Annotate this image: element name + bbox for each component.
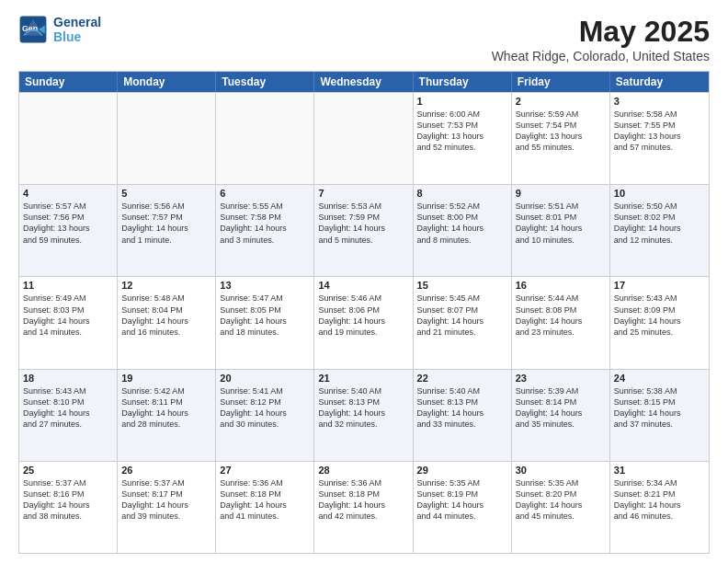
logo-icon: Gen xyxy=(18,15,48,44)
cell-info-text: Sunrise: 5:43 AM Sunset: 8:09 PM Dayligh… xyxy=(614,293,705,338)
calendar-cell xyxy=(19,93,118,184)
cell-info-text: Sunrise: 5:47 AM Sunset: 8:05 PM Dayligh… xyxy=(220,293,310,338)
cell-day-number: 28 xyxy=(318,465,408,476)
cell-info-text: Sunrise: 5:58 AM Sunset: 7:55 PM Dayligh… xyxy=(614,109,705,154)
cell-info-text: Sunrise: 5:48 AM Sunset: 8:04 PM Dayligh… xyxy=(121,293,211,338)
cell-day-number: 7 xyxy=(318,188,408,199)
calendar-cell: 31Sunrise: 5:34 AM Sunset: 8:21 PM Dayli… xyxy=(610,462,709,553)
calendar-cell: 8Sunrise: 5:52 AM Sunset: 8:00 PM Daylig… xyxy=(414,185,512,276)
calendar-cell: 30Sunrise: 5:35 AM Sunset: 8:20 PM Dayli… xyxy=(512,462,610,553)
cell-day-number: 23 xyxy=(516,373,606,384)
calendar-row: 4Sunrise: 5:57 AM Sunset: 7:56 PM Daylig… xyxy=(19,184,709,276)
cell-info-text: Sunrise: 5:40 AM Sunset: 8:13 PM Dayligh… xyxy=(318,385,408,431)
cell-info-text: Sunrise: 5:56 AM Sunset: 7:57 PM Dayligh… xyxy=(121,201,211,246)
cell-info-text: Sunrise: 5:55 AM Sunset: 7:58 PM Dayligh… xyxy=(220,201,310,246)
cell-info-text: Sunrise: 5:52 AM Sunset: 8:00 PM Dayligh… xyxy=(417,201,507,246)
calendar-cell: 20Sunrise: 5:41 AM Sunset: 8:12 PM Dayli… xyxy=(216,370,314,461)
calendar-row: 18Sunrise: 5:43 AM Sunset: 8:10 PM Dayli… xyxy=(19,369,709,461)
cell-day-number: 17 xyxy=(614,280,705,291)
cell-info-text: Sunrise: 5:42 AM Sunset: 8:11 PM Dayligh… xyxy=(121,385,211,431)
calendar-cell: 6Sunrise: 5:55 AM Sunset: 7:58 PM Daylig… xyxy=(216,185,314,276)
calendar-cell: 22Sunrise: 5:40 AM Sunset: 8:13 PM Dayli… xyxy=(414,370,512,461)
weekday-header: Sunday xyxy=(19,72,118,92)
cell-day-number: 19 xyxy=(121,373,211,384)
cell-day-number: 11 xyxy=(23,280,113,291)
calendar: SundayMondayTuesdayWednesdayThursdayFrid… xyxy=(18,71,710,554)
calendar-cell xyxy=(314,93,413,184)
title-block: May 2025 Wheat Ridge, Colorado, United S… xyxy=(492,15,710,63)
logo: Gen General Blue xyxy=(18,15,101,44)
weekday-header: Wednesday xyxy=(314,72,413,92)
cell-day-number: 31 xyxy=(614,465,705,476)
logo-text: General Blue xyxy=(53,15,101,44)
calendar-cell: 18Sunrise: 5:43 AM Sunset: 8:10 PM Dayli… xyxy=(19,370,118,461)
cell-day-number: 10 xyxy=(614,188,705,199)
calendar-body: 1Sunrise: 6:00 AM Sunset: 7:53 PM Daylig… xyxy=(19,92,709,553)
cell-info-text: Sunrise: 5:36 AM Sunset: 8:18 PM Dayligh… xyxy=(220,477,310,523)
cell-day-number: 13 xyxy=(220,280,310,291)
calendar-cell: 21Sunrise: 5:40 AM Sunset: 8:13 PM Dayli… xyxy=(314,370,413,461)
cell-day-number: 18 xyxy=(23,373,113,384)
calendar-cell: 11Sunrise: 5:49 AM Sunset: 8:03 PM Dayli… xyxy=(19,277,118,368)
calendar-row: 1Sunrise: 6:00 AM Sunset: 7:53 PM Daylig… xyxy=(19,92,709,184)
cell-info-text: Sunrise: 5:35 AM Sunset: 8:20 PM Dayligh… xyxy=(516,477,606,523)
cell-day-number: 24 xyxy=(614,373,705,384)
weekday-header: Friday xyxy=(512,72,610,92)
calendar-cell: 17Sunrise: 5:43 AM Sunset: 8:09 PM Dayli… xyxy=(610,277,709,368)
calendar-cell: 25Sunrise: 5:37 AM Sunset: 8:16 PM Dayli… xyxy=(19,462,118,553)
weekday-header: Thursday xyxy=(414,72,512,92)
calendar-cell: 5Sunrise: 5:56 AM Sunset: 7:57 PM Daylig… xyxy=(118,185,216,276)
cell-day-number: 21 xyxy=(318,373,408,384)
calendar-cell: 7Sunrise: 5:53 AM Sunset: 7:59 PM Daylig… xyxy=(314,185,413,276)
cell-info-text: Sunrise: 5:35 AM Sunset: 8:19 PM Dayligh… xyxy=(417,477,507,523)
cell-info-text: Sunrise: 5:49 AM Sunset: 8:03 PM Dayligh… xyxy=(23,293,113,338)
cell-info-text: Sunrise: 5:51 AM Sunset: 8:01 PM Dayligh… xyxy=(516,201,606,246)
cell-info-text: Sunrise: 5:44 AM Sunset: 8:08 PM Dayligh… xyxy=(516,293,606,338)
cell-day-number: 1 xyxy=(417,96,507,107)
calendar-row: 25Sunrise: 5:37 AM Sunset: 8:16 PM Dayli… xyxy=(19,461,709,553)
header: Gen General Blue May 2025 Wheat Ridge, C… xyxy=(18,15,710,63)
weekday-header: Saturday xyxy=(610,72,709,92)
cell-info-text: Sunrise: 5:34 AM Sunset: 8:21 PM Dayligh… xyxy=(614,477,705,523)
cell-info-text: Sunrise: 5:41 AM Sunset: 8:12 PM Dayligh… xyxy=(220,385,310,431)
cell-day-number: 8 xyxy=(417,188,507,199)
cell-day-number: 22 xyxy=(417,373,507,384)
weekday-header: Monday xyxy=(118,72,216,92)
cell-info-text: Sunrise: 5:37 AM Sunset: 8:17 PM Dayligh… xyxy=(121,477,211,523)
weekday-header: Tuesday xyxy=(216,72,314,92)
cell-day-number: 16 xyxy=(516,280,606,291)
cell-info-text: Sunrise: 5:36 AM Sunset: 8:18 PM Dayligh… xyxy=(318,477,408,523)
cell-day-number: 27 xyxy=(220,465,310,476)
calendar-cell: 10Sunrise: 5:50 AM Sunset: 8:02 PM Dayli… xyxy=(610,185,709,276)
cell-day-number: 25 xyxy=(23,465,113,476)
cell-info-text: Sunrise: 5:39 AM Sunset: 8:14 PM Dayligh… xyxy=(516,385,606,431)
cell-day-number: 30 xyxy=(516,465,606,476)
cell-info-text: Sunrise: 5:59 AM Sunset: 7:54 PM Dayligh… xyxy=(516,109,606,154)
calendar-cell: 16Sunrise: 5:44 AM Sunset: 8:08 PM Dayli… xyxy=(512,277,610,368)
cell-info-text: Sunrise: 6:00 AM Sunset: 7:53 PM Dayligh… xyxy=(417,109,507,154)
calendar-cell: 4Sunrise: 5:57 AM Sunset: 7:56 PM Daylig… xyxy=(19,185,118,276)
calendar-cell: 15Sunrise: 5:45 AM Sunset: 8:07 PM Dayli… xyxy=(414,277,512,368)
cell-day-number: 14 xyxy=(318,280,408,291)
cell-info-text: Sunrise: 5:46 AM Sunset: 8:06 PM Dayligh… xyxy=(318,293,408,338)
cell-info-text: Sunrise: 5:43 AM Sunset: 8:10 PM Dayligh… xyxy=(23,385,113,431)
cell-day-number: 2 xyxy=(516,96,606,107)
calendar-cell: 28Sunrise: 5:36 AM Sunset: 8:18 PM Dayli… xyxy=(314,462,413,553)
calendar-cell: 13Sunrise: 5:47 AM Sunset: 8:05 PM Dayli… xyxy=(216,277,314,368)
cell-info-text: Sunrise: 5:57 AM Sunset: 7:56 PM Dayligh… xyxy=(23,201,113,246)
cell-info-text: Sunrise: 5:45 AM Sunset: 8:07 PM Dayligh… xyxy=(417,293,507,338)
cell-day-number: 15 xyxy=(417,280,507,291)
calendar-cell xyxy=(216,93,314,184)
cell-day-number: 4 xyxy=(23,188,113,199)
cell-day-number: 6 xyxy=(220,188,310,199)
cell-info-text: Sunrise: 5:40 AM Sunset: 8:13 PM Dayligh… xyxy=(417,385,507,431)
calendar-cell: 2Sunrise: 5:59 AM Sunset: 7:54 PM Daylig… xyxy=(512,93,610,184)
cell-day-number: 3 xyxy=(614,96,705,107)
cell-info-text: Sunrise: 5:37 AM Sunset: 8:16 PM Dayligh… xyxy=(23,477,113,523)
calendar-cell: 27Sunrise: 5:36 AM Sunset: 8:18 PM Dayli… xyxy=(216,462,314,553)
cell-day-number: 5 xyxy=(121,188,211,199)
cell-info-text: Sunrise: 5:50 AM Sunset: 8:02 PM Dayligh… xyxy=(614,201,705,246)
calendar-cell: 23Sunrise: 5:39 AM Sunset: 8:14 PM Dayli… xyxy=(512,370,610,461)
calendar-cell: 26Sunrise: 5:37 AM Sunset: 8:17 PM Dayli… xyxy=(118,462,216,553)
cell-day-number: 26 xyxy=(121,465,211,476)
